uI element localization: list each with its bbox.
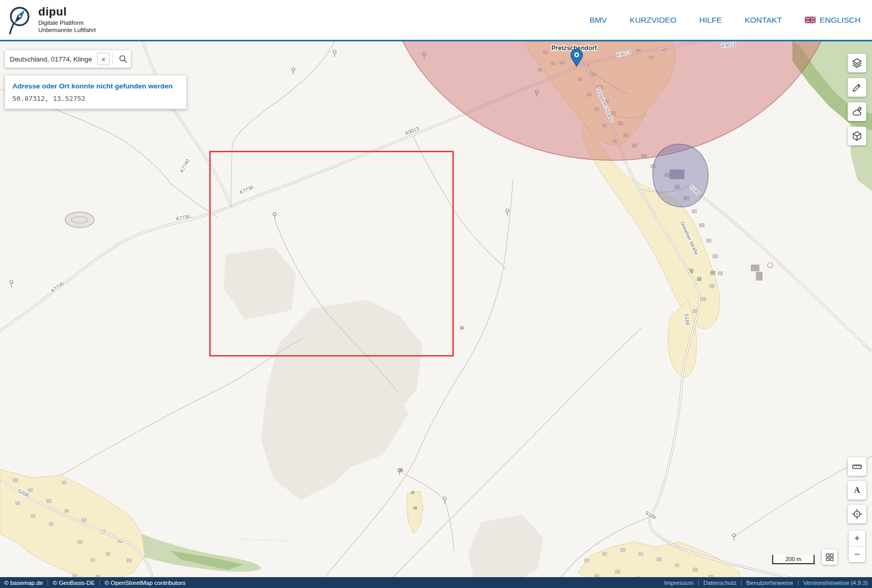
attribution-geobasis[interactable]: © GeoBasis-DE [53, 580, 95, 586]
search-input[interactable] [5, 55, 97, 63]
brand-subtitle-line1: Digitale Plattform [38, 19, 96, 26]
search-submit-button[interactable] [115, 51, 131, 67]
map-canvas[interactable]: K9013 K9013 K9013 K7740 K7730 K7730 K773… [0, 41, 872, 588]
uk-flag-icon [805, 17, 816, 23]
map-3d-button[interactable] [848, 127, 866, 145]
footer-link-datenschutz[interactable]: Datenschutz [703, 580, 736, 586]
footer-link-versionshinweise[interactable]: Versionshinweise (4.9.3) [803, 580, 868, 586]
brand-title: dipul [38, 6, 96, 18]
cube-icon [851, 130, 863, 142]
map-attribution: © basemap.de © GeoBasis-DE © OpenStreetM… [0, 580, 185, 586]
nav-link-kontakt[interactable]: KONTAKT [745, 16, 782, 25]
popup-message: Adresse oder Ort konnte nicht gefunden w… [12, 82, 179, 90]
tile-overview-button[interactable] [822, 549, 837, 565]
grid-icon [825, 553, 834, 562]
weather-icon [851, 106, 863, 117]
layers-icon [851, 57, 863, 69]
footer: © basemap.de © GeoBasis-DE © OpenStreetM… [0, 577, 872, 588]
text-tool-button[interactable]: A [848, 481, 866, 500]
footer-link-benutzerhinweise[interactable]: Benutzerhinweise [746, 580, 793, 586]
nav-link-hilfe[interactable]: HILFE [699, 16, 722, 25]
brand-subtitle: Digitale Plattform Unbemannte Luftfahrt [38, 19, 96, 34]
crosshair-icon [851, 508, 863, 520]
scale-label: 200 m [786, 556, 802, 562]
zone-blue[interactable] [653, 144, 708, 207]
brand-subtitle-line2: Unbemannte Luftfahrt [38, 26, 96, 34]
nav-link-bmv[interactable]: BMV [590, 16, 607, 25]
attribution-osm[interactable]: © OpenStreetMap contributors [104, 580, 185, 586]
header: dipul Digitale Plattform Unbemannte Luft… [0, 0, 872, 41]
search-result-popup: Adresse oder Ort konnte nicht gefunden w… [5, 75, 187, 109]
scale-bar: 200 m [772, 555, 815, 564]
main-nav: BMV KURZVIDEO HILFE KONTAKT ENGLISCH [590, 0, 861, 40]
zoom-out-button[interactable]: − [849, 547, 865, 562]
footer-links: Impressum Datenschutz Benutzerhinweise V… [664, 580, 872, 586]
magnifier-icon [118, 54, 128, 64]
dipul-app: K9013 K9013 K9013 K7740 K7730 K7730 K773… [0, 0, 872, 588]
attribution-basemap[interactable]: © basemap.de [4, 580, 43, 586]
layers-button[interactable] [848, 54, 866, 72]
footer-link-impressum[interactable]: Impressum [664, 580, 694, 586]
ruler-icon [851, 461, 863, 472]
nav-link-kurzvideo[interactable]: KURZVIDEO [629, 16, 676, 25]
footer-separator [99, 580, 100, 586]
zoom-control: + − [849, 531, 865, 562]
clear-search-button[interactable]: × [97, 53, 110, 65]
nav-link-englisch[interactable]: ENGLISCH [805, 16, 861, 25]
dipul-logo-icon [5, 3, 34, 35]
draw-button[interactable] [848, 78, 866, 97]
footer-separator [48, 580, 48, 586]
zoom-in-button[interactable]: + [849, 531, 865, 546]
locate-button[interactable] [848, 505, 866, 523]
footer-separator [698, 580, 699, 586]
popup-coordinates: 50.87312, 13.52752 [12, 95, 179, 102]
search-divider [112, 53, 113, 65]
footer-separator [798, 580, 799, 586]
map-tools [848, 54, 866, 145]
brand-logo[interactable]: dipul Digitale Plattform Unbemannte Luft… [5, 3, 96, 35]
pencil-icon [852, 82, 862, 93]
search-box: × [5, 50, 131, 68]
weather-button[interactable] [848, 102, 866, 121]
footer-separator [741, 580, 742, 586]
measure-button[interactable] [848, 457, 866, 476]
nav-label-englisch: ENGLISCH [820, 16, 861, 25]
